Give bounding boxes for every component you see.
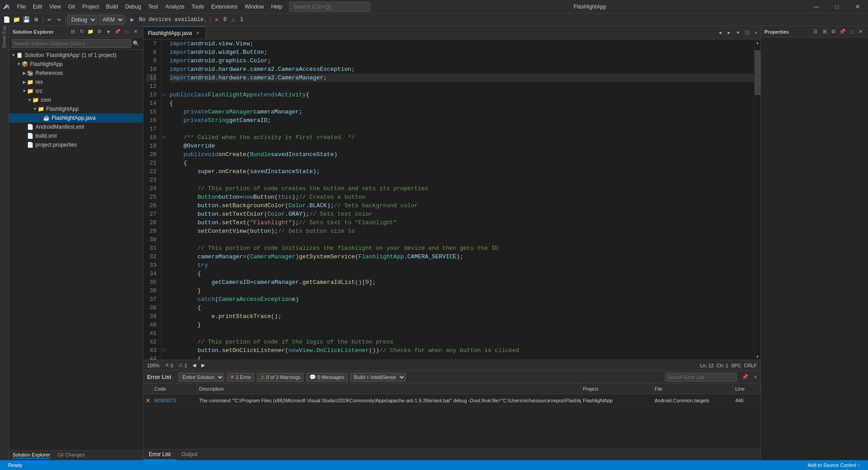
server-explorer-icon[interactable]: Server Explorer	[0, 26, 9, 39]
tab-scroll-right[interactable]: ▶	[725, 26, 733, 39]
error-count-badge[interactable]: ✕ 1 Error	[227, 373, 254, 382]
properties-maximize[interactable]: □	[847, 28, 855, 36]
warning-count-badge[interactable]: ⚠ 0 of 3 Warnings	[257, 373, 304, 382]
toolbar-open[interactable]: 📁	[12, 15, 22, 25]
expand-editor-btn[interactable]: ⬛	[742, 26, 751, 39]
platform-dropdown[interactable]: ARM	[99, 15, 124, 25]
col-code[interactable]: Code	[152, 383, 197, 394]
tab-scroll-left[interactable]: ◀	[716, 26, 725, 39]
col-icon[interactable]	[143, 383, 152, 394]
properties-btn[interactable]: ⚙	[95, 28, 104, 36]
flashlight-folder-arrow[interactable]: ▼	[32, 107, 38, 111]
solution-arrow[interactable]: ▼	[11, 53, 16, 57]
pin-btn[interactable]: 📌	[113, 28, 122, 36]
scroll-up-btn[interactable]: ▲	[755, 39, 760, 46]
menu-file[interactable]: File	[13, 0, 29, 13]
col-file[interactable]: File	[653, 383, 733, 394]
menu-help[interactable]: Help	[268, 0, 286, 13]
scroll-thumb[interactable]	[755, 50, 760, 95]
res-arrow[interactable]: ▶	[22, 80, 27, 84]
build-config-dropdown[interactable]: Debug	[67, 15, 97, 25]
menu-build[interactable]: Build	[103, 0, 122, 13]
close-panel-btn[interactable]: ✕	[131, 28, 139, 36]
error-status[interactable]: ✕ 0	[165, 362, 173, 368]
minimize-button[interactable]: —	[806, 0, 827, 13]
tree-flashlightapp-java[interactable]: ☕ FlashlightApp.java	[9, 113, 143, 122]
menu-extensions[interactable]: Extensions	[208, 0, 241, 13]
refresh-btn[interactable]: ↻	[78, 28, 86, 36]
warning-indicator[interactable]: ⚠	[228, 15, 238, 25]
code-content[interactable]: import android.view.View; import android…	[167, 39, 754, 360]
tree-references[interactable]: ▶ 📚 References	[9, 69, 143, 78]
error-row-0[interactable]: ✕ MSB3073 The command '"C:\Program Files…	[143, 394, 760, 407]
tab-flashlightapp-java[interactable]: FlashlightApp.java ✕	[143, 26, 206, 39]
tree-project[interactable]: ▼ 📦 FlashlightApp	[9, 60, 143, 69]
row-code-cell[interactable]: MSB3073	[152, 394, 197, 406]
maximize-panel-btn[interactable]: □	[122, 28, 130, 36]
tree-flashlightapp-folder[interactable]: ▼ 📁 FlashlightApp	[9, 104, 143, 113]
col-project[interactable]: Project	[581, 383, 653, 394]
menu-analyze[interactable]: Analyze	[162, 0, 188, 13]
error-list-tab[interactable]: Error List	[143, 449, 176, 460]
tree-solution[interactable]: ▼ 📋 Solution 'FlashlightApp' (1 of 1 pro…	[9, 51, 143, 60]
properties-list-view[interactable]: ☰	[812, 28, 820, 36]
error-panel-pin[interactable]: 📌	[742, 374, 748, 380]
toolbar-redo[interactable]: ↪	[54, 15, 64, 25]
tree-properties[interactable]: 📄 project.properties	[9, 140, 143, 149]
output-tab[interactable]: Output	[176, 449, 203, 460]
title-search-input[interactable]	[289, 2, 370, 12]
vertical-scrollbar[interactable]: ▲ ▼	[754, 39, 760, 360]
tree-src[interactable]: ▼ 📁 src	[9, 87, 143, 96]
error-search-input[interactable]	[665, 373, 737, 382]
references-arrow[interactable]: ▶	[22, 71, 27, 75]
start-debug-btn[interactable]: ▶	[127, 15, 137, 25]
com-arrow[interactable]: ▼	[27, 98, 32, 102]
solution-search-button[interactable]: 🔍	[131, 39, 140, 48]
properties-settings[interactable]: ⚙	[829, 28, 838, 36]
menu-window[interactable]: Window	[241, 0, 268, 13]
filter-btn[interactable]: ▼	[104, 28, 113, 36]
properties-grid-view[interactable]: ⊞	[820, 28, 829, 36]
error-indicator[interactable]: ✕	[212, 15, 221, 25]
menu-debug[interactable]: Debug	[122, 0, 144, 13]
error-panel-close[interactable]: ✕	[754, 374, 757, 380]
toolbar-new[interactable]: 📄	[2, 15, 12, 25]
close-button[interactable]: ✕	[847, 0, 868, 13]
col-description[interactable]: Description	[197, 383, 581, 394]
tree-buildxml[interactable]: 📄 build.xml	[9, 131, 143, 140]
tree-res[interactable]: ▶ 📁 res	[9, 78, 143, 87]
toolbar-undo[interactable]: ↩	[44, 15, 54, 25]
error-filter-dropdown[interactable]: Entire Solution	[178, 373, 224, 382]
row-error-code[interactable]: MSB3073	[154, 398, 176, 403]
src-arrow[interactable]: ▼	[22, 89, 27, 93]
show-files-btn[interactable]: 📁	[87, 28, 95, 36]
menu-git[interactable]: Git	[65, 0, 78, 13]
status-ready[interactable]: Ready	[4, 460, 26, 470]
properties-pin[interactable]: 📌	[838, 28, 846, 36]
add-to-source-control[interactable]: Add to Source Control ↑	[804, 460, 864, 470]
zoom-level[interactable]: 100%	[147, 363, 160, 368]
code-editor[interactable]: 7 8 9 10 11 12 13 14 15 16 17 18 19 20 2…	[143, 39, 760, 360]
properties-close[interactable]: ✕	[856, 28, 864, 36]
menu-edit[interactable]: Edit	[29, 0, 46, 13]
solution-search-input[interactable]	[12, 39, 131, 48]
collapse-all-btn[interactable]: ⊟	[69, 28, 77, 36]
message-count-badge[interactable]: 💬 0 Messages	[306, 373, 347, 382]
menu-test[interactable]: Test	[145, 0, 162, 13]
tab-list-btn[interactable]: ▼	[733, 26, 742, 39]
warning-status[interactable]: ⚠ 1	[178, 362, 187, 368]
toolbar-save[interactable]: 💾	[22, 15, 31, 25]
close-editor-btn[interactable]: ✕	[751, 26, 760, 39]
project-arrow[interactable]: ▼	[16, 62, 22, 66]
maximize-button[interactable]: □	[827, 0, 847, 13]
nav-forward-btn[interactable]: ▶	[201, 362, 205, 368]
menu-project[interactable]: Project	[78, 0, 102, 13]
tree-com[interactable]: ▼ 📁 com	[9, 96, 143, 104]
solution-explorer-tab[interactable]: Solution Explorer	[13, 452, 50, 459]
nav-back-btn[interactable]: ◀	[192, 362, 196, 368]
tab-close-flashlightapp[interactable]: ✕	[195, 30, 201, 36]
toolbar-save-all[interactable]: ⊞	[31, 15, 41, 25]
menu-view[interactable]: View	[46, 0, 65, 13]
build-intellisense-dropdown[interactable]: Build + IntelliSense	[350, 373, 406, 382]
scroll-down-btn[interactable]: ▼	[755, 353, 760, 360]
